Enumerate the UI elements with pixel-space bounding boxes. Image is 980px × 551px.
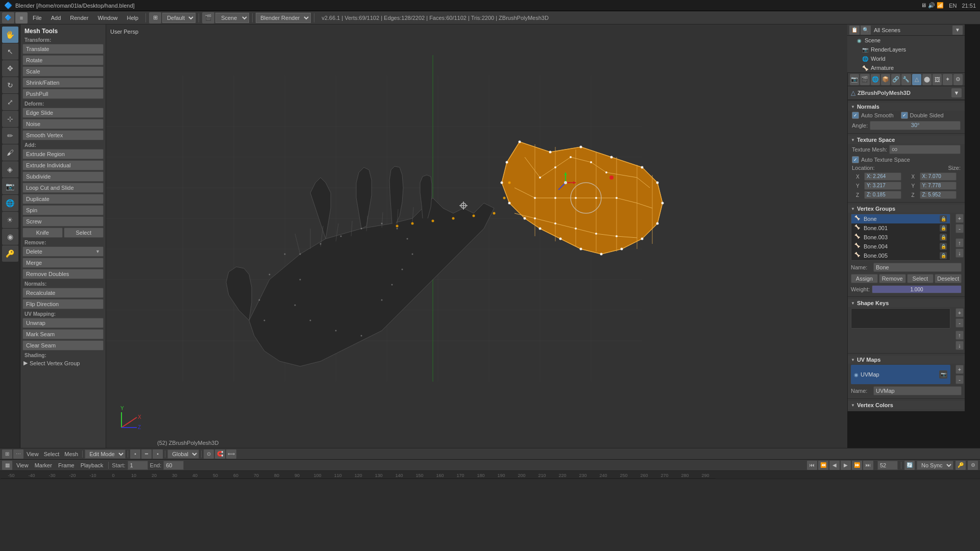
- layout-icon[interactable]: ⊞: [149, 12, 161, 23]
- mesh-name-browse-btn[interactable]: ▼: [951, 88, 962, 97]
- normals-header[interactable]: ▼ Normals: [848, 103, 965, 111]
- file-menu[interactable]: File: [29, 14, 46, 22]
- edit-mode-select[interactable]: Edit Mode: [85, 449, 126, 459]
- tl-keyframe-icon[interactable]: 🔑: [955, 461, 966, 470]
- vg-item-bone004[interactable]: 🦴 Bone.004 🔒: [851, 242, 950, 251]
- translate-btn[interactable]: Translate: [22, 44, 104, 54]
- tool-icon-cursor[interactable]: ↖: [2, 43, 18, 60]
- bt-mirror-icon[interactable]: ⟺: [226, 449, 236, 459]
- select-btn[interactable]: Select: [42, 451, 62, 457]
- recalculate-btn[interactable]: Recalculate: [22, 288, 104, 298]
- prop-render-icon[interactable]: 📷: [850, 74, 859, 85]
- tool-icon-s1[interactable]: ◈: [2, 161, 18, 178]
- vg-add-btn[interactable]: +: [955, 214, 964, 223]
- prop-modifiers-icon[interactable]: 🔧: [901, 74, 911, 85]
- shrink-btn[interactable]: Shrink/Fatten: [22, 78, 104, 88]
- deselect-btn[interactable]: Deselect: [935, 274, 962, 283]
- tool-icon-move[interactable]: ✥: [2, 60, 18, 77]
- pushpull-btn[interactable]: PushPull: [22, 89, 104, 99]
- loc-z-field[interactable]: Z: 0.185: [864, 191, 901, 199]
- size-z-field[interactable]: Z: 5.952: [920, 191, 957, 199]
- loop-cut-btn[interactable]: Loop Cut and Slide: [22, 183, 104, 193]
- vg-item-bone[interactable]: 🦴 Bone 🔒: [851, 214, 950, 223]
- size-y-field[interactable]: Y: 7.778: [920, 182, 957, 190]
- outliner-renderlayers-item[interactable]: 📷 RenderLayers: [847, 45, 965, 54]
- sk-up-btn[interactable]: ↑: [955, 331, 964, 340]
- vg-remove-btn[interactable]: -: [955, 224, 964, 233]
- select-btn-knife[interactable]: Select: [64, 228, 104, 238]
- tl-play-btn[interactable]: ▶: [841, 461, 851, 470]
- merge-btn[interactable]: Merge: [22, 258, 104, 268]
- vg-lock-2[interactable]: 🔒: [940, 234, 947, 241]
- rotate-btn[interactable]: Rotate: [22, 55, 104, 65]
- add-menu[interactable]: Add: [47, 14, 65, 22]
- subdivide-btn[interactable]: Subdivide: [22, 171, 104, 182]
- tl-prev-frame-btn[interactable]: ⏪: [818, 461, 828, 470]
- knife-btn[interactable]: Knife: [22, 228, 63, 238]
- remove-doubles-btn[interactable]: Remove Doubles: [22, 269, 104, 279]
- extrude-individual-btn[interactable]: Extrude Individual: [22, 160, 104, 170]
- loc-x-field[interactable]: X: 2.264: [864, 172, 901, 181]
- view-menu-icon[interactable]: ≡: [15, 12, 28, 23]
- flip-direction-btn[interactable]: Flip Direction: [22, 299, 104, 309]
- select-vertex-group-collapse[interactable]: ▶ Select Vertex Group: [20, 359, 106, 367]
- clear-seam-btn[interactable]: Clear Seam: [22, 340, 104, 350]
- tl-start-input[interactable]: [128, 461, 148, 470]
- tl-frame-input[interactable]: [877, 461, 898, 470]
- tool-icon-s4[interactable]: ☀: [2, 212, 18, 228]
- tl-nosync-icon[interactable]: 🔄: [904, 461, 915, 470]
- prop-constraints-icon[interactable]: 🔗: [891, 74, 900, 85]
- tl-play-back-btn[interactable]: ◀: [829, 461, 840, 470]
- view-btn[interactable]: View: [24, 451, 41, 457]
- tl-jump-start-btn[interactable]: ⏮: [807, 461, 817, 470]
- extrude-region-btn[interactable]: Extrude Region: [22, 149, 104, 159]
- tool-icon-hand[interactable]: 🖐: [2, 27, 18, 43]
- auto-smooth-check[interactable]: [852, 112, 859, 119]
- outliner-view-btn[interactable]: 📋: [849, 26, 860, 35]
- prop-material-icon[interactable]: ⬤: [922, 74, 932, 85]
- mark-seam-btn[interactable]: Mark Seam: [22, 329, 104, 339]
- outliner-world-item[interactable]: 🌐 World: [847, 54, 965, 63]
- edgeslide-btn[interactable]: Edge Slide: [22, 108, 104, 118]
- blender-icon[interactable]: 🔷: [2, 12, 14, 23]
- tool-icon-edit[interactable]: ✏: [2, 128, 18, 144]
- tl-icon-1[interactable]: ▦: [2, 461, 12, 470]
- tool-icon-s5[interactable]: ◉: [2, 229, 18, 245]
- tool-icon-rotate[interactable]: ↻: [2, 77, 18, 93]
- vertex-colors-header[interactable]: ▼ Vertex Colors: [848, 401, 965, 409]
- scale-btn[interactable]: Scale: [22, 66, 104, 77]
- texture-mesh-field[interactable]: ∞: [889, 145, 961, 154]
- uv-maps-header[interactable]: ▼ UV Maps: [848, 356, 965, 364]
- render-menu[interactable]: Render: [66, 14, 92, 22]
- tl-view-btn[interactable]: View: [14, 462, 31, 468]
- prop-data-icon[interactable]: △: [912, 74, 921, 85]
- outliner-options-btn[interactable]: ▼: [952, 26, 963, 35]
- select-vg-btn[interactable]: Select: [907, 274, 934, 283]
- vg-name-field[interactable]: [873, 263, 962, 272]
- engine-select[interactable]: Blender Render: [256, 13, 311, 23]
- prop-physics-icon[interactable]: ⚙: [953, 74, 963, 85]
- tl-sync-select[interactable]: No Sync: [917, 461, 953, 470]
- bt-face-icon[interactable]: ▪: [153, 449, 163, 459]
- uv-add-btn[interactable]: +: [955, 365, 964, 374]
- bt-snap-icon[interactable]: 🧲: [215, 449, 225, 459]
- tl-options-icon[interactable]: ⚙: [968, 461, 978, 470]
- tool-icon-transform[interactable]: ⊹: [2, 111, 18, 127]
- bt-dots-icon[interactable]: ⋯: [13, 449, 23, 459]
- prop-particles-icon[interactable]: ✦: [943, 74, 952, 85]
- tl-play-fwd-btn[interactable]: ⏩: [852, 461, 862, 470]
- window-menu[interactable]: Window: [93, 14, 121, 22]
- tl-end-input[interactable]: [163, 461, 184, 470]
- vg-lock-0[interactable]: 🔒: [940, 215, 947, 222]
- bt-proportional-icon[interactable]: ⊙: [204, 449, 214, 459]
- global-select[interactable]: Global: [167, 449, 199, 459]
- auto-texture-check[interactable]: [852, 156, 859, 163]
- remove-btn[interactable]: Remove: [879, 274, 906, 283]
- angle-field[interactable]: 30°: [870, 121, 961, 130]
- tl-playback-btn[interactable]: Playback: [79, 462, 106, 468]
- help-menu[interactable]: Help: [123, 14, 143, 22]
- tl-frame-btn[interactable]: Frame: [56, 462, 77, 468]
- delete-btn[interactable]: Delete ▼: [22, 246, 104, 257]
- tool-icon-paint[interactable]: 🖌: [2, 144, 18, 161]
- uv-name-field[interactable]: [873, 386, 962, 395]
